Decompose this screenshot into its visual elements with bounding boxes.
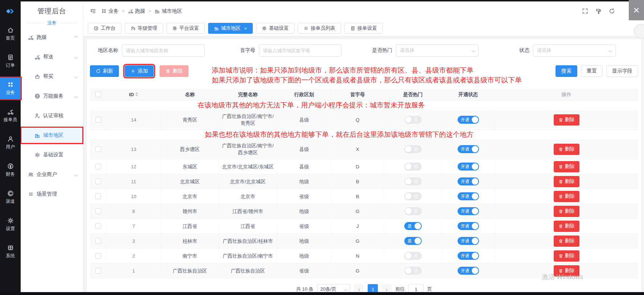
row-checkbox[interactable] xyxy=(95,208,101,214)
hot-toggle-off[interactable]: 否 xyxy=(404,207,422,215)
system-icon xyxy=(7,245,14,251)
rail-item-设置[interactable]: 设置 xyxy=(0,214,21,235)
hot-toggle-on[interactable]: 是 xyxy=(404,237,422,245)
row-delete-button[interactable]: 删除 xyxy=(554,144,579,155)
sidebar-item-企业商户[interactable]: 企业商户 xyxy=(21,166,83,183)
breadcrumb-separator: > xyxy=(149,8,152,14)
hot-toggle-off[interactable]: 否 xyxy=(404,192,422,200)
search-button[interactable]: 搜索 xyxy=(556,65,577,77)
row-checkbox[interactable] xyxy=(95,223,101,229)
sidebar-item-万能服务[interactable]: 万能服务 xyxy=(21,88,83,105)
hot-toggle-off[interactable]: 否 xyxy=(404,145,422,153)
tab-基础设置[interactable]: 基础设置 xyxy=(256,23,294,34)
breadcrumb-item-跑腿[interactable]: 跑腿 xyxy=(128,8,145,15)
row-checkbox[interactable] xyxy=(95,117,101,123)
rail-item-系统[interactable]: 系统 xyxy=(0,241,21,262)
rail-item-渠道[interactable]: 渠道 xyxy=(0,187,21,208)
sidebar-item-跑腿[interactable]: 跑腿 xyxy=(21,29,83,46)
row-delete-button[interactable]: 删除 xyxy=(554,161,579,172)
tab-等级管理[interactable]: 等级管理 xyxy=(125,23,163,34)
sidebar-item-城市地区[interactable]: 城市地区 xyxy=(21,127,83,144)
tab-接单设置[interactable]: 接单设置 xyxy=(344,23,383,34)
auth-icon xyxy=(34,113,40,119)
sidebar-item-label: 帮送 xyxy=(43,54,53,60)
filter-select-状态[interactable]: 请选择 xyxy=(533,44,616,57)
row-delete-button[interactable]: 删除 xyxy=(554,176,579,187)
reload-icon[interactable] xyxy=(609,8,615,14)
show-fields-button[interactable]: 显示字段 xyxy=(606,65,638,77)
cell-id: 14 xyxy=(106,110,161,130)
tab-接单员列表[interactable]: 接单员列表 xyxy=(298,23,341,34)
content-card: 地区名称首字母是否热门请选择状态请选择 刷新 添加 删除 xyxy=(87,39,641,295)
scooter-icon xyxy=(7,108,14,115)
tab-平台设置[interactable]: 平台设置 xyxy=(166,23,205,34)
cell-initial: N xyxy=(331,249,384,263)
row-delete-button[interactable]: 删除 xyxy=(554,191,579,202)
hot-toggle-off[interactable]: 否 xyxy=(404,267,422,275)
tab-城市地区[interactable]: 城市地区× xyxy=(208,23,253,34)
sidebar-item-认证审核[interactable]: 认证审核 xyxy=(21,107,83,124)
sidebar-item-帮买[interactable]: 帮买 xyxy=(21,68,83,85)
open-status-toggle[interactable]: 开通 xyxy=(458,163,479,171)
row-delete-button[interactable]: 删除 xyxy=(554,114,579,126)
row-checkbox[interactable] xyxy=(95,268,101,274)
cell-id: 12 xyxy=(106,159,161,174)
sidebar-item-帮送[interactable]: 帮送 xyxy=(21,49,83,65)
row-checkbox[interactable] xyxy=(95,253,101,259)
filter-input-地区名称[interactable] xyxy=(122,44,205,57)
row-checkbox[interactable] xyxy=(95,238,101,244)
row-checkbox[interactable] xyxy=(95,146,101,152)
hot-toggle-off[interactable]: 否 xyxy=(404,116,422,124)
add-button[interactable]: 添加 xyxy=(125,65,154,77)
open-status-toggle[interactable]: 开通 xyxy=(458,237,479,245)
open-status-toggle[interactable]: 开通 xyxy=(458,267,479,275)
row-delete-button[interactable]: 删除 xyxy=(554,221,579,232)
sidebar-item-label: 企业商户 xyxy=(37,171,57,178)
row-delete-button[interactable]: 删除 xyxy=(554,206,579,217)
row-checkbox[interactable] xyxy=(95,193,101,199)
open-status-toggle[interactable]: 开通 xyxy=(458,116,479,124)
rail-item-订单[interactable]: 订单 xyxy=(0,50,21,72)
building-icon xyxy=(154,8,160,14)
hot-toggle-off[interactable]: 否 xyxy=(404,252,422,260)
theme-skin-icon[interactable] xyxy=(595,8,602,14)
breadcrumb-item-业务[interactable]: 业务 xyxy=(101,8,119,15)
rail-item-用户[interactable]: 用户 xyxy=(0,132,21,153)
breadcrumb-item-城市地区[interactable]: 城市地区 xyxy=(154,8,182,15)
sidebar-collapse-icon[interactable] xyxy=(90,8,96,14)
cell-name: 江西省 xyxy=(161,219,219,233)
hot-toggle-off[interactable]: 否 xyxy=(404,163,422,171)
rail-item-财务[interactable]: 财务 xyxy=(0,159,21,181)
sidebar-item-基础设置[interactable]: 基础设置 xyxy=(21,147,83,163)
reset-button[interactable]: 重置 xyxy=(581,65,603,77)
open-status-toggle[interactable]: 开通 xyxy=(458,252,479,260)
hot-toggle-on[interactable]: 是 xyxy=(404,222,422,230)
col-id[interactable]: ID xyxy=(106,89,161,100)
open-status-toggle[interactable]: 开通 xyxy=(458,177,479,185)
row-delete-button[interactable]: 删除 xyxy=(554,250,579,262)
open-status-toggle[interactable]: 开通 xyxy=(458,192,479,200)
rail-item-首页[interactable]: 首页 xyxy=(0,23,21,45)
overlay-close-icon[interactable]: × xyxy=(629,0,644,20)
fullscreen-icon[interactable] xyxy=(582,8,588,14)
rail-item-接单员[interactable]: 接单员 xyxy=(0,105,21,126)
rail-item-业务[interactable]: 业务 xyxy=(0,78,21,99)
tab-close-icon[interactable]: × xyxy=(244,26,247,31)
refresh-button[interactable]: 刷新 xyxy=(90,65,119,77)
bulk-delete-button[interactable]: 删除 xyxy=(160,65,189,77)
filter-input-首字母[interactable] xyxy=(259,44,342,57)
open-status-toggle[interactable]: 开通 xyxy=(458,207,479,215)
row-checkbox[interactable] xyxy=(95,164,101,169)
tab-工作台[interactable]: 工作台 xyxy=(88,23,121,34)
app-logo-icon[interactable] xyxy=(4,6,17,17)
sidebar-item-场景管理[interactable]: 场景管理 xyxy=(21,186,83,202)
filter-select-是否热门[interactable]: 请选择 xyxy=(396,44,479,57)
open-status-toggle[interactable]: 开通 xyxy=(458,145,479,153)
select-all-checkbox[interactable] xyxy=(95,91,101,97)
hot-toggle-off[interactable]: 否 xyxy=(404,177,422,185)
annotation-line3: 在该地级市其他的地方无法下单，用户端小程序会提示：城市暂未开放服务 xyxy=(90,101,638,110)
row-checkbox[interactable] xyxy=(95,179,101,184)
open-status-toggle[interactable]: 开通 xyxy=(458,222,479,230)
sort-icon[interactable] xyxy=(135,92,138,97)
row-delete-button[interactable]: 删除 xyxy=(554,235,579,247)
